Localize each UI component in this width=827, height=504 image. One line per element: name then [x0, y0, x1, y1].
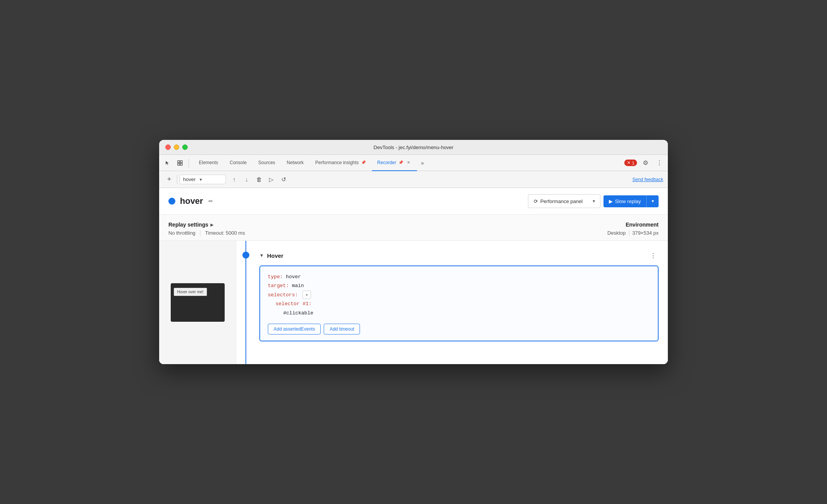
import-button[interactable]: ↓	[241, 174, 252, 185]
code-selector1-value: #clickable	[283, 310, 313, 316]
maximize-button[interactable]	[182, 144, 188, 150]
environment-info: Desktop 379×534 px	[607, 230, 659, 236]
more-icon[interactable]: ⋮	[654, 158, 665, 168]
performance-insights-pin-icon: 📌	[361, 160, 366, 165]
step-more-button[interactable]: ⋮	[648, 250, 659, 261]
svg-rect-2	[178, 163, 180, 165]
step-hover: ▼ Hover ⋮ type: hover target: main	[236, 241, 668, 351]
recording-actions: ⟳ Performance panel ▾ ▶ Slow replay ▾	[528, 194, 659, 208]
settings-icon[interactable]: ⚙	[640, 158, 651, 168]
tabs: Elements Console Sources Network Perform…	[193, 155, 624, 171]
add-recording-button[interactable]: +	[164, 174, 175, 185]
code-selectors-key: selectors:	[268, 292, 298, 298]
tab-network[interactable]: Network	[281, 155, 309, 171]
devtools-icons	[162, 158, 190, 168]
steps-content: ▼ Hover ⋮ type: hover target: main	[236, 241, 668, 364]
settings-section: Replay settings ▶ No throttling Timeout:…	[159, 215, 668, 241]
step-title: Hover	[267, 252, 284, 259]
env-info-divider	[629, 230, 629, 236]
recording-selector-name: hover	[183, 176, 196, 182]
recording-title: hover	[180, 196, 203, 206]
timeout-label: Timeout: 5000 ms	[205, 230, 245, 236]
step-dot	[242, 252, 249, 259]
tab-elements[interactable]: Elements	[193, 155, 224, 171]
steps-preview: Hover over me!	[159, 241, 236, 364]
send-feedback-link[interactable]: Send feedback	[632, 177, 663, 182]
tab-sources[interactable]: Sources	[253, 155, 281, 171]
toolbar-divider	[177, 175, 177, 184]
svg-rect-1	[180, 161, 182, 163]
recording-header: hover ✏ ⟳ Performance panel ▾ ▶ Slow rep…	[159, 188, 668, 215]
error-badge[interactable]: ✕ 1	[624, 160, 637, 166]
code-selector1-key: selector #1:	[276, 301, 312, 307]
code-type-line: type: hover	[268, 272, 650, 281]
record-button[interactable]: ↺	[278, 174, 289, 185]
code-target-key: target:	[268, 283, 289, 289]
add-timeout-button[interactable]: Add timeout	[324, 324, 360, 334]
settings-info: No throttling Timeout: 5000 ms	[168, 230, 245, 236]
replay-settings-left: Replay settings ▶ No throttling Timeout:…	[168, 222, 245, 236]
tab-bar-right: ✕ 1 ⚙ ⋮	[624, 158, 665, 168]
environment-section: Environment Desktop 379×534 px	[607, 222, 659, 236]
svg-rect-0	[178, 161, 180, 163]
recorder-tab-close[interactable]: ✕	[405, 160, 412, 166]
main-content: hover ✏ ⟳ Performance panel ▾ ▶ Slow rep…	[159, 188, 668, 364]
traffic-lights	[165, 144, 188, 150]
perf-panel-label: Performance panel	[540, 198, 583, 204]
preview-hover-text: Hover over me!	[174, 288, 207, 296]
devtools-window: DevTools - jec.fyi/demo/menu-hover	[159, 140, 668, 364]
code-selector1-line: selector #1:	[276, 299, 650, 308]
preview-thumbnail: Hover over me!	[171, 283, 225, 322]
code-selectors-line: selectors: ⌖	[268, 291, 650, 299]
edit-title-icon[interactable]: ✏	[207, 197, 215, 206]
step-collapse-icon[interactable]: ▼	[259, 253, 264, 258]
slow-replay-group: ▶ Slow replay ▾	[603, 195, 659, 207]
recording-dot	[168, 198, 175, 205]
cursor-icon[interactable]	[162, 158, 173, 168]
add-asserted-events-button[interactable]: Add assertedEvents	[268, 324, 321, 334]
slow-replay-dropdown-button[interactable]: ▾	[646, 195, 659, 207]
export-button[interactable]: ↑	[229, 174, 240, 185]
close-button[interactable]	[165, 144, 171, 150]
delete-button[interactable]: 🗑	[254, 174, 264, 185]
window-title: DevTools - jec.fyi/demo/menu-hover	[373, 144, 453, 150]
tab-more[interactable]: »	[418, 155, 427, 171]
step-body: type: hover target: main selectors: ⌖	[259, 265, 659, 341]
environment-dimensions: 379×534 px	[632, 230, 659, 236]
slow-replay-label: Slow replay	[615, 198, 641, 204]
slow-replay-chevron-icon: ▾	[652, 198, 654, 204]
replay-button[interactable]: ▷	[266, 174, 277, 185]
environment-label: Environment	[607, 222, 659, 228]
settings-info-divider	[200, 230, 200, 236]
slow-replay-button[interactable]: ▶ Slow replay	[603, 195, 646, 207]
steps-area: Hover over me! ▼ Hover ⋮ type:	[159, 241, 668, 364]
svg-rect-3	[180, 163, 182, 165]
code-type-key: type:	[268, 274, 283, 280]
replay-settings-arrow-icon: ▶	[210, 223, 213, 227]
code-selector1-value-line: #clickable	[283, 309, 650, 318]
chevron-down-icon: ▾	[200, 177, 202, 182]
perf-panel-group: ⟳ Performance panel ▾	[528, 194, 600, 208]
environment-type: Desktop	[607, 230, 626, 236]
recorder-pin-icon: 📌	[398, 160, 403, 165]
tab-recorder[interactable]: Recorder 📌 ✕	[372, 155, 417, 171]
replay-settings-label: Replay settings	[168, 222, 208, 228]
inspector-icon[interactable]	[175, 158, 185, 168]
replay-settings-title[interactable]: Replay settings ▶	[168, 222, 245, 228]
step-actions: Add assertedEvents Add timeout	[268, 324, 650, 334]
title-bar: DevTools - jec.fyi/demo/menu-hover	[159, 140, 668, 155]
selector-icon-button[interactable]: ⌖	[303, 291, 311, 299]
tab-performance-insights[interactable]: Performance insights 📌	[310, 155, 371, 171]
perf-panel-chevron-icon: ▾	[593, 198, 595, 204]
step-header: ▼ Hover ⋮	[259, 250, 659, 261]
perf-panel-button[interactable]: ⟳ Performance panel	[528, 194, 588, 208]
tab-bar-divider	[188, 158, 189, 168]
toolbar-actions: ↑ ↓ 🗑 ▷ ↺	[229, 174, 289, 185]
toolbar: + hover ▾ ↑ ↓ 🗑 ▷ ↺ Send feedback	[159, 171, 668, 188]
perf-panel-dropdown-button[interactable]: ▾	[588, 194, 600, 208]
tab-bar: Elements Console Sources Network Perform…	[159, 155, 668, 171]
minimize-button[interactable]	[174, 144, 179, 150]
recording-selector[interactable]: hover ▾	[180, 175, 226, 184]
tab-console[interactable]: Console	[224, 155, 252, 171]
play-icon: ▶	[609, 198, 613, 204]
